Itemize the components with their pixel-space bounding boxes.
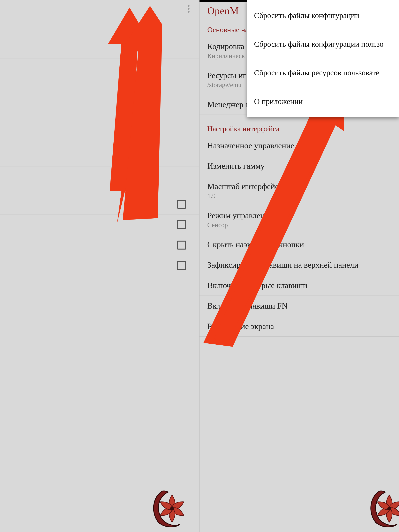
checkbox[interactable]	[177, 241, 186, 250]
svg-point-6	[387, 507, 391, 511]
label-text: Скрыть наэкранные кнопки	[207, 240, 391, 249]
label-text: Включить клавиши FN	[207, 301, 391, 310]
label-text: клавиши	[0, 240, 177, 250]
label-text: Режим управления	[207, 211, 391, 220]
label-text: Разрешение экрана	[207, 322, 391, 331]
svg-point-3	[170, 507, 174, 511]
left-row-control-cropped[interactable]: ение	[0, 102, 199, 123]
menu-item-reset-user-config[interactable]: Сбросить файлы конфигурации пользо	[247, 30, 399, 58]
left-row-hide-cropped[interactable]: кнопки	[0, 194, 199, 215]
left-row-resources-cropped[interactable]: FR 4.1.17 OptimizedPack	[0, 38, 199, 58]
left-section-ui: іса	[0, 82, 199, 102]
app-title: OpenM	[207, 5, 239, 17]
section-ui: Настройка интерфейса	[200, 115, 399, 135]
left-row-scale-cropped[interactable]: ейса	[0, 146, 199, 167]
checkbox[interactable]	[177, 261, 186, 270]
more-menu-icon[interactable]	[186, 3, 191, 15]
left-row-mode-cropped[interactable]	[0, 167, 199, 194]
checkbox[interactable]	[177, 220, 186, 229]
label-text: 51)	[0, 23, 191, 32]
label-text: ейса	[0, 152, 191, 161]
overflow-menu: Сбросить файлы конфигурации Сбросить фай…	[247, 0, 399, 117]
label-text: FR 4.1.17 OptimizedPack	[0, 44, 191, 53]
label-text: кнопки	[0, 199, 177, 209]
row-change-gamma[interactable]: Изменить гамму	[200, 156, 399, 176]
row-enable-quick-keys[interactable]: Включить быстрые клавиши	[200, 275, 399, 296]
left-header	[0, 0, 199, 18]
menu-item-reset-config[interactable]: Сбросить файлы конфигурации	[247, 1, 399, 30]
menu-item-about[interactable]: О приложении	[247, 87, 399, 116]
row-hide-onscreen-buttons[interactable]: Скрыть наэкранные кнопки	[200, 234, 399, 255]
checkbox[interactable]	[177, 200, 186, 209]
left-row-lockbar-cropped[interactable]: виши на верхней панели	[0, 215, 199, 235]
label-text: Назначенное управление	[207, 141, 391, 150]
openmw-logo-icon	[368, 489, 399, 528]
openmw-logo-icon	[151, 489, 193, 528]
label-text: Зафиксировать клавиши на верхней панели	[207, 260, 391, 270]
left-row-quick-cropped[interactable]: клавиши	[0, 235, 199, 255]
label-text: Масштаб интерфейса	[207, 182, 391, 191]
label-text: Изменить гамму	[207, 161, 391, 171]
label-text: ение	[0, 108, 191, 117]
sub-text: Сенсор	[207, 221, 391, 229]
label-text: виши на верхней панели	[0, 220, 177, 229]
label-text: Включить быстрые клавиши	[207, 281, 391, 290]
label-text: FN	[0, 261, 177, 270]
left-row-modmgr-cropped[interactable]	[0, 58, 199, 82]
row-enable-fn-keys[interactable]: Включить клавиши FN	[200, 296, 399, 316]
right-screenshot-pane: OpenM Основные на Кодировка Кириллическ …	[200, 0, 399, 532]
row-control-mapping[interactable]: Назначенное управление	[200, 135, 399, 156]
sub-text: 1.9	[207, 192, 391, 200]
row-control-mode[interactable]: Режим управления Сенсор	[200, 205, 399, 234]
row-ui-scale[interactable]: Масштаб интерфейса 1.9	[200, 176, 399, 205]
row-screen-resolution[interactable]: Разрешение экрана	[200, 316, 399, 337]
row-lock-topbar-keys[interactable]: Зафиксировать клавиши на верхней панели	[200, 255, 399, 275]
left-row-encoding-cropped[interactable]: 51)	[0, 18, 199, 38]
left-row-fn-cropped[interactable]: FN	[0, 255, 199, 276]
left-screenshot-pane: 51) FR 4.1.17 OptimizedPack іса ение ейс…	[0, 0, 200, 532]
left-row-gamma-cropped[interactable]	[0, 123, 199, 146]
menu-item-reset-user-resources[interactable]: Сбросить файлы ресурсов пользовате	[247, 58, 399, 87]
